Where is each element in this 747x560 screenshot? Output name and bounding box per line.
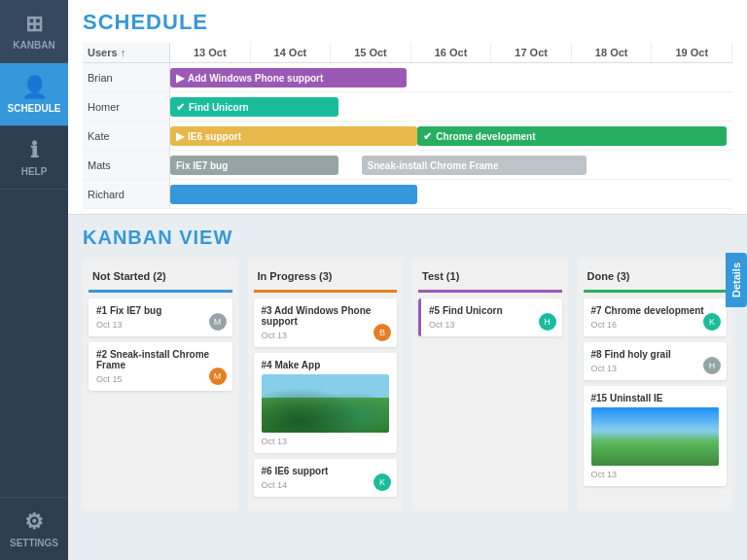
sidebar-item-help[interactable]: ℹ HELP	[0, 126, 68, 190]
gantt-user-mats: Mats	[83, 151, 170, 179]
gantt-date-4: 17 Oct	[491, 43, 572, 62]
kanban-card-6-title: #6 IE6 support	[262, 466, 390, 476]
gantt-user-kate: Kate	[83, 122, 170, 150]
kanban-card-15-title: #15 Uninstall IE	[591, 393, 720, 403]
gantt-date-0: 13 Oct	[170, 43, 251, 62]
sidebar-item-schedule[interactable]: 👤 SCHEDULE	[0, 63, 68, 126]
gantt-bar-richard-1[interactable]	[170, 185, 417, 204]
kanban-card-8[interactable]: #8 Find holy grail Oct 13 H	[584, 342, 728, 380]
check-icon-2: ✔	[423, 130, 432, 143]
kanban-card-15[interactable]: #15 Uninstall IE Oct 13	[584, 386, 728, 486]
kanban-card-2-title: #2 Sneak-install Chrome Frame	[96, 349, 225, 370]
gantt-bar-mats-2-label: Sneak-install Chrome Frame	[368, 160, 499, 171]
kanban-card-2-date: Oct 15	[96, 374, 225, 384]
kanban-card-1-title: #1 Fix IE7 bug	[96, 305, 225, 316]
gantt-date-6: 19 Oct	[652, 43, 732, 62]
kanban-col-header-not-started: Not Started (2)	[89, 266, 232, 293]
gantt-bar-kate-1-label: IE6 support	[188, 131, 241, 142]
details-tab[interactable]: Details	[726, 253, 747, 307]
gantt-bar-mats-1-label: Fix IE7 bug	[176, 160, 228, 171]
gantt-date-3: 16 Oct	[411, 43, 492, 62]
kanban-card-7-date: Oct 16	[591, 320, 720, 330]
gantt-bars-mats: Fix IE7 bug Sneak-install Chrome Frame	[170, 151, 732, 179]
kanban-card-8-avatar: H	[703, 357, 721, 374]
kanban-col-header-done: Done (3)	[584, 266, 728, 293]
gantt-bar-kate-2[interactable]: ✔ Chrome development	[417, 126, 727, 146]
kanban-card-1-avatar: M	[209, 313, 227, 331]
kanban-card-15-image	[591, 407, 720, 466]
gantt-user-homer: Homer	[83, 92, 170, 121]
sidebar-item-help-label: HELP	[21, 166, 48, 177]
sky-image	[591, 407, 720, 466]
gantt-dates-header: 13 Oct 14 Oct 15 Oct 16 Oct 17 Oct 18 Oc…	[170, 43, 732, 62]
gantt-bars-richard	[170, 180, 732, 208]
gantt-users-header[interactable]: Users ↑	[83, 43, 170, 62]
kanban-card-3-title: #3 Add Windows Phone support	[262, 305, 390, 327]
kanban-card-3-avatar: B	[374, 324, 391, 341]
play-icon-2: ▶	[176, 130, 184, 143]
kanban-card-6-date: Oct 14	[262, 480, 390, 490]
gantt-bar-brian-1[interactable]: ▶ Add Windows Phone support	[170, 68, 407, 88]
gantt-date-5: 18 Oct	[572, 43, 653, 62]
kanban-card-5-avatar: H	[539, 313, 556, 331]
sidebar: ⊞ KANBAN 👤 SCHEDULE ℹ HELP ⚙ SETTINGS	[0, 0, 68, 560]
kanban-card-2-avatar: M	[209, 368, 227, 385]
gantt-bars-homer: ✔ Find Unicorn	[170, 92, 732, 121]
kanban-column-test: Test (1) #5 Find Unicorn Oct 13 H	[412, 259, 568, 510]
kanban-card-1[interactable]: #1 Fix IE7 bug Oct 13 M	[89, 298, 232, 336]
kanban-card-7-title: #7 Chrome development	[591, 305, 720, 316]
kanban-card-8-date: Oct 13	[591, 364, 720, 373]
kanban-icon: ⊞	[25, 12, 43, 37]
gantt-row-brian: Brian ▶ Add Windows Phone support	[83, 63, 732, 92]
help-icon: ℹ	[30, 138, 38, 163]
gantt-bar-mats-2[interactable]: Sneak-install Chrome Frame	[362, 156, 587, 175]
kanban-col-header-test: Test (1)	[418, 266, 562, 293]
kanban-card-4-title: #4 Make App	[262, 360, 390, 370]
kanban-col-header-in-progress: In Progress (3)	[254, 266, 398, 293]
gantt-chart: Users ↑ 13 Oct 14 Oct 15 Oct 16 Oct 17 O…	[83, 43, 732, 209]
kanban-card-5[interactable]: #5 Find Unicorn Oct 13 H	[418, 298, 562, 336]
sidebar-item-kanban[interactable]: ⊞ KANBAN	[0, 0, 68, 63]
kanban-card-15-date: Oct 13	[591, 470, 720, 479]
kanban-card-7-avatar: K	[703, 313, 721, 331]
main-content: SCHEDULE Users ↑ 13 Oct 14 Oct 15 Oct 16…	[68, 0, 747, 560]
gantt-bars-kate: ▶ IE6 support ✔ Chrome development	[170, 122, 732, 150]
kanban-card-6-avatar: K	[374, 473, 391, 491]
schedule-section: SCHEDULE Users ↑ 13 Oct 14 Oct 15 Oct 16…	[68, 0, 747, 215]
kanban-column-done: Done (3) #7 Chrome development Oct 16 K …	[578, 259, 733, 510]
sidebar-item-settings-label: SETTINGS	[10, 538, 58, 548]
gantt-row-mats: Mats Fix IE7 bug Sneak-install Chrome Fr…	[83, 151, 732, 180]
gantt-row-kate: Kate ▶ IE6 support ✔ Chrome development	[83, 122, 732, 151]
kanban-column-in-progress: In Progress (3) #3 Add Windows Phone sup…	[248, 259, 404, 510]
gantt-bar-mats-1[interactable]: Fix IE7 bug	[170, 156, 338, 175]
sidebar-item-schedule-label: SCHEDULE	[7, 103, 60, 114]
schedule-icon: 👤	[21, 75, 48, 100]
gantt-bar-kate-2-label: Chrome development	[436, 131, 535, 142]
gantt-user-richard: Richard	[83, 180, 170, 208]
kanban-board: Not Started (2) #1 Fix IE7 bug Oct 13 M …	[83, 259, 732, 510]
gantt-bars-brian: ▶ Add Windows Phone support	[170, 63, 732, 91]
kanban-card-2[interactable]: #2 Sneak-install Chrome Frame Oct 15 M	[89, 342, 232, 391]
kanban-card-1-date: Oct 13	[96, 320, 225, 330]
sidebar-item-settings[interactable]: ⚙ SETTINGS	[0, 497, 68, 560]
kanban-section: KANBAN VIEW Not Started (2) #1 Fix IE7 b…	[68, 215, 747, 522]
forest-image	[262, 374, 390, 433]
gantt-row-richard: Richard	[83, 180, 732, 209]
kanban-title: KANBAN VIEW	[83, 227, 732, 249]
gantt-date-1: 14 Oct	[251, 43, 332, 62]
kanban-card-4-image	[262, 374, 390, 433]
gantt-bar-brian-1-label: Add Windows Phone support	[188, 73, 323, 84]
gantt-user-brian: Brian	[83, 63, 170, 91]
kanban-card-5-date: Oct 13	[429, 320, 554, 330]
kanban-card-3[interactable]: #3 Add Windows Phone support Oct 13 B	[254, 298, 398, 347]
gantt-date-2: 15 Oct	[331, 43, 411, 62]
sidebar-item-kanban-label: KANBAN	[13, 40, 54, 51]
gantt-header: Users ↑ 13 Oct 14 Oct 15 Oct 16 Oct 17 O…	[83, 43, 732, 63]
kanban-card-4-date: Oct 13	[262, 437, 390, 446]
kanban-card-4[interactable]: #4 Make App Oct 13	[254, 353, 398, 453]
gantt-bar-homer-1[interactable]: ✔ Find Unicorn	[170, 97, 338, 117]
kanban-card-7[interactable]: #7 Chrome development Oct 16 K	[584, 298, 728, 336]
gantt-bar-kate-1[interactable]: ▶ IE6 support	[170, 126, 417, 146]
kanban-card-6[interactable]: #6 IE6 support Oct 14 K	[254, 459, 398, 497]
kanban-card-8-title: #8 Find holy grail	[591, 349, 720, 360]
